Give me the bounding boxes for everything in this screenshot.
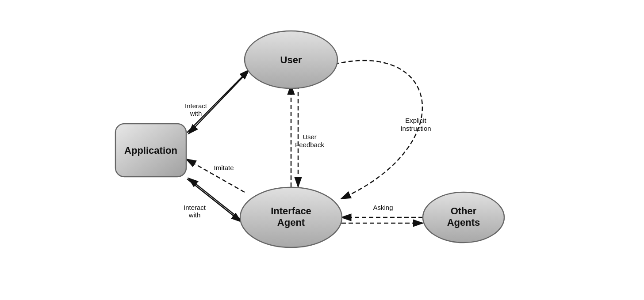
application-label: Application <box>124 145 177 156</box>
label-user-feedback2: Feedback <box>295 141 324 148</box>
label-explicit-instruction2: Instruction <box>400 125 431 132</box>
label-imitate: Imitate <box>214 164 234 171</box>
diagram-svg: Application User Interface Agent Other A… <box>79 13 565 287</box>
label-interact-with-top: Interact <box>185 102 207 110</box>
user-label: User <box>280 54 302 65</box>
label-user-feedback1: User <box>303 133 317 141</box>
other-agents-label1: Other <box>451 205 477 216</box>
label-interact-with-bottom2: with <box>188 211 201 219</box>
label-asking: Asking <box>373 204 393 211</box>
label-interact-with-top2: with <box>190 110 202 117</box>
interface-agent-label2: Agent <box>277 217 305 228</box>
label-interact-with-bottom: Interact <box>184 204 206 211</box>
arrow-app-to-user <box>187 70 249 133</box>
diagram-container: Application User Interface Agent Other A… <box>0 0 644 300</box>
interface-agent-label1: Interface <box>271 205 311 216</box>
label-explicit-instruction1: Explicit <box>405 117 426 124</box>
other-agents-label2: Agents <box>447 217 480 228</box>
